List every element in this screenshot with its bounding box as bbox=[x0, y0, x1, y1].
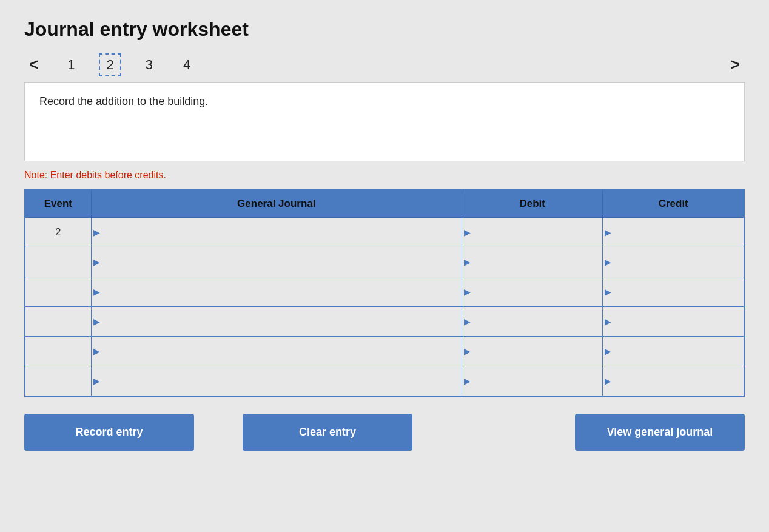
general-journal-cell[interactable]: ▶ bbox=[91, 337, 462, 366]
buttons-row: Record entry Clear entry View general jo… bbox=[24, 414, 745, 451]
table-row: ▶▶▶ bbox=[25, 307, 744, 337]
credit-input[interactable] bbox=[611, 277, 744, 306]
col-header-debit: Debit bbox=[462, 190, 603, 218]
general-journal-cell[interactable]: ▶ bbox=[91, 366, 462, 397]
table-row: 2▶▶▶ bbox=[25, 218, 744, 247]
event-cell bbox=[25, 366, 91, 397]
nav-next-arrow[interactable]: > bbox=[726, 53, 745, 76]
instruction-text: Record the addition to the building. bbox=[39, 95, 208, 107]
cell-arrow-icon: ▶ bbox=[603, 366, 611, 396]
nav-item-3[interactable]: 3 bbox=[139, 55, 159, 75]
credit-input[interactable] bbox=[611, 247, 744, 277]
general-journal-cell[interactable]: ▶ bbox=[91, 277, 462, 307]
general-journal-cell[interactable]: ▶ bbox=[91, 218, 462, 247]
nav-item-4[interactable]: 4 bbox=[177, 55, 196, 75]
debit-input[interactable] bbox=[471, 277, 603, 306]
cell-arrow-icon: ▶ bbox=[603, 218, 611, 247]
cell-arrow-icon: ▶ bbox=[92, 337, 100, 366]
general-journal-input[interactable] bbox=[100, 277, 462, 306]
debit-cell[interactable]: ▶ bbox=[462, 366, 603, 397]
credit-input[interactable] bbox=[611, 366, 744, 396]
cell-arrow-icon: ▶ bbox=[462, 307, 471, 336]
table-row: ▶▶▶ bbox=[25, 277, 744, 307]
cell-arrow-icon: ▶ bbox=[462, 277, 471, 306]
general-journal-input[interactable] bbox=[100, 337, 462, 366]
general-journal-input[interactable] bbox=[100, 366, 462, 396]
debit-cell[interactable]: ▶ bbox=[462, 218, 603, 247]
general-journal-cell[interactable]: ▶ bbox=[91, 307, 462, 337]
credit-cell[interactable]: ▶ bbox=[603, 307, 744, 337]
view-general-journal-button[interactable]: View general journal bbox=[575, 414, 745, 451]
general-journal-input[interactable] bbox=[100, 218, 462, 247]
debit-input[interactable] bbox=[471, 247, 603, 277]
event-cell bbox=[25, 277, 91, 307]
debit-cell[interactable]: ▶ bbox=[462, 277, 603, 307]
cell-arrow-icon: ▶ bbox=[92, 218, 100, 247]
cell-arrow-icon: ▶ bbox=[92, 247, 100, 277]
event-cell: 2 bbox=[25, 218, 91, 247]
cell-arrow-icon: ▶ bbox=[603, 247, 611, 277]
cell-arrow-icon: ▶ bbox=[603, 277, 611, 306]
nav-row: < 1 2 3 4 > bbox=[24, 53, 745, 76]
credit-cell[interactable]: ▶ bbox=[603, 277, 744, 307]
col-header-event: Event bbox=[25, 190, 91, 218]
cell-arrow-icon: ▶ bbox=[603, 337, 611, 366]
col-header-general: General Journal bbox=[91, 190, 462, 218]
debit-cell[interactable]: ▶ bbox=[462, 307, 603, 337]
page-title: Journal entry worksheet bbox=[24, 18, 745, 41]
table-row: ▶▶▶ bbox=[25, 247, 744, 277]
table-row: ▶▶▶ bbox=[25, 337, 744, 366]
debit-input[interactable] bbox=[471, 307, 603, 336]
debit-cell[interactable]: ▶ bbox=[462, 247, 603, 277]
journal-table: Event General Journal Debit Credit 2▶▶▶▶… bbox=[24, 189, 745, 397]
credit-cell[interactable]: ▶ bbox=[603, 337, 744, 366]
col-header-credit: Credit bbox=[603, 190, 744, 218]
general-journal-cell[interactable]: ▶ bbox=[91, 247, 462, 277]
credit-cell[interactable]: ▶ bbox=[603, 366, 744, 397]
record-entry-button[interactable]: Record entry bbox=[24, 414, 194, 451]
event-cell bbox=[25, 307, 91, 337]
credit-cell[interactable]: ▶ bbox=[603, 218, 744, 247]
debit-input[interactable] bbox=[471, 218, 603, 247]
debit-cell[interactable]: ▶ bbox=[462, 337, 603, 366]
credit-input[interactable] bbox=[611, 218, 744, 247]
cell-arrow-icon: ▶ bbox=[462, 366, 471, 396]
event-cell bbox=[25, 337, 91, 366]
cell-arrow-icon: ▶ bbox=[92, 307, 100, 336]
cell-arrow-icon: ▶ bbox=[92, 277, 100, 306]
cell-arrow-icon: ▶ bbox=[462, 218, 471, 247]
nav-item-2[interactable]: 2 bbox=[99, 53, 121, 76]
credit-input[interactable] bbox=[611, 337, 744, 366]
cell-arrow-icon: ▶ bbox=[462, 247, 471, 277]
cell-arrow-icon: ▶ bbox=[92, 366, 100, 396]
general-journal-input[interactable] bbox=[100, 247, 462, 277]
instruction-box: Record the addition to the building. bbox=[24, 82, 745, 161]
table-row: ▶▶▶ bbox=[25, 366, 744, 397]
cell-arrow-icon: ▶ bbox=[603, 307, 611, 336]
credit-input[interactable] bbox=[611, 307, 744, 336]
nav-item-1[interactable]: 1 bbox=[61, 55, 81, 75]
note-text: Note: Enter debits before credits. bbox=[24, 170, 745, 181]
credit-cell[interactable]: ▶ bbox=[603, 247, 744, 277]
nav-prev-arrow[interactable]: < bbox=[24, 53, 43, 76]
debit-input[interactable] bbox=[471, 337, 603, 366]
event-cell bbox=[25, 247, 91, 277]
general-journal-input[interactable] bbox=[100, 307, 462, 336]
cell-arrow-icon: ▶ bbox=[462, 337, 471, 366]
clear-entry-button[interactable]: Clear entry bbox=[243, 414, 412, 451]
debit-input[interactable] bbox=[471, 366, 603, 396]
